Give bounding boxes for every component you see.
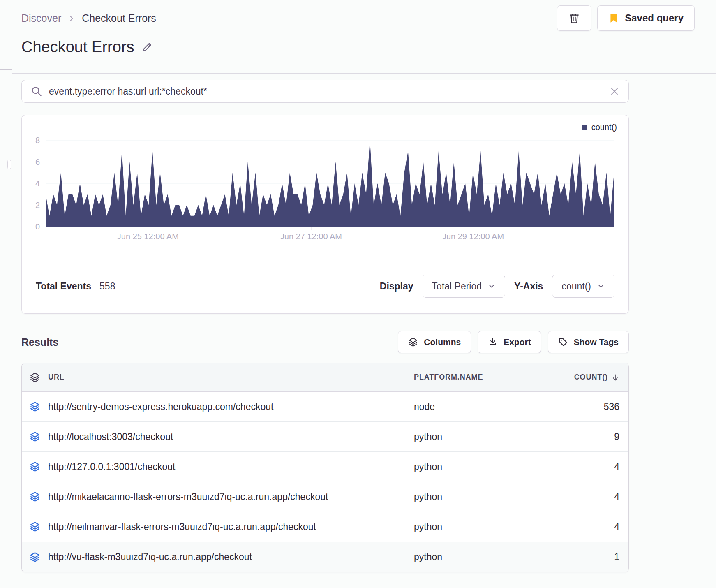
sort-descending-icon [611, 373, 619, 382]
cell-count: 4 [614, 491, 619, 502]
columns-button-label: Columns [424, 337, 461, 347]
cell-platform: python [414, 431, 554, 442]
export-button-label: Export [504, 337, 531, 347]
total-events-value: 558 [99, 281, 115, 292]
bookmark-icon [608, 13, 619, 23]
legend-label: count() [591, 123, 617, 132]
events-area-chart: 02468Jun 25 12:00 AMJun 27 12:00 AMJun 2… [22, 132, 628, 253]
layers-icon[interactable] [30, 491, 40, 502]
export-button[interactable]: Export [478, 331, 541, 353]
layers-icon[interactable] [30, 372, 40, 383]
cell-platform: node [414, 401, 554, 412]
total-events-label: Total Events [36, 281, 91, 292]
results-toolbar: Results Columns Export Show Tags [21, 331, 629, 353]
saved-query-label: Saved query [625, 12, 684, 24]
layers-icon[interactable] [30, 431, 40, 442]
results-table: URL PLATFORM.NAME COUNT() http://sentry-… [21, 363, 629, 572]
yaxis-dropdown[interactable]: count() [552, 275, 614, 298]
svg-text:6: 6 [35, 157, 40, 167]
svg-text:0: 0 [35, 222, 40, 231]
show-tags-button-label: Show Tags [574, 337, 619, 347]
svg-text:Jun 29 12:00 AM: Jun 29 12:00 AM [442, 232, 504, 241]
columns-button[interactable]: Columns [398, 331, 471, 353]
table-row: http://vu-flask-m3uuizd7iq-uc.a.run.app/… [22, 542, 628, 572]
legend-item-count[interactable]: count() [582, 123, 617, 132]
svg-text:Jun 27 12:00 AM: Jun 27 12:00 AM [280, 232, 342, 241]
cell-platform: python [414, 521, 554, 532]
page-header: Discover Checkout Errors Saved query [0, 0, 716, 24]
cell-url: http://mikaelacarino-flask-errors-m3uuiz… [48, 491, 414, 502]
events-chart-panel: count() 02468Jun 25 12:00 AMJun 27 12:00… [21, 115, 629, 314]
table-row: http://mikaelacarino-flask-errors-m3uuiz… [22, 482, 628, 512]
table-row: http://127.0.0.1:3001/checkout python 4 [22, 452, 628, 482]
cell-platform: python [414, 491, 554, 502]
cell-count: 9 [614, 431, 619, 442]
svg-text:8: 8 [35, 136, 40, 145]
layers-icon[interactable] [30, 401, 40, 412]
chevron-right-icon [67, 14, 76, 23]
download-icon [488, 337, 498, 347]
search-input[interactable] [49, 86, 603, 97]
close-icon[interactable] [610, 86, 619, 96]
table-row: http://sentry-demos-express.herokuapp.co… [22, 392, 628, 422]
cell-url: http://127.0.0.1:3001/checkout [48, 461, 414, 472]
display-label: Display [380, 281, 413, 292]
yaxis-dropdown-value: count() [561, 281, 591, 292]
column-header-count-label: COUNT() [574, 373, 608, 382]
column-header-count[interactable]: COUNT() [574, 373, 619, 382]
cell-platform: python [414, 551, 554, 563]
trash-icon [568, 12, 580, 24]
chart-footer: Total Events 558 Display Total Period Y-… [22, 259, 628, 313]
header-divider [0, 73, 716, 74]
legend-dot-icon [582, 125, 587, 130]
cell-url: http://neilmanvar-flask-errors-m3uuizd7i… [48, 521, 414, 532]
breadcrumb-current: Checkout Errors [82, 12, 156, 24]
layers-icon[interactable] [30, 552, 40, 563]
chevron-down-icon [487, 282, 496, 290]
column-header-url[interactable]: URL [48, 373, 414, 382]
cell-url: http://sentry-demos-express.herokuapp.co… [48, 401, 414, 412]
cell-count: 1 [614, 551, 619, 563]
sidebar-drag-handle[interactable] [7, 160, 11, 169]
cell-url: http://localhost:3003/checkout [48, 431, 414, 442]
show-tags-button[interactable]: Show Tags [548, 331, 629, 353]
cell-count: 4 [614, 461, 619, 472]
tag-icon [558, 337, 568, 347]
layers-icon[interactable] [30, 521, 40, 532]
page-title: Checkout Errors [21, 38, 134, 56]
chevron-down-icon [597, 282, 605, 290]
table-header-row: URL PLATFORM.NAME COUNT() [22, 363, 628, 392]
cell-count: 4 [614, 521, 619, 532]
delete-query-button[interactable] [557, 5, 591, 31]
search-icon [31, 86, 42, 97]
display-dropdown[interactable]: Total Period [423, 275, 505, 298]
table-row: http://neilmanvar-flask-errors-m3uuizd7i… [22, 512, 628, 542]
layers-icon[interactable] [30, 461, 40, 472]
collapse-tab[interactable] [0, 69, 12, 76]
column-header-platform[interactable]: PLATFORM.NAME [414, 373, 554, 382]
layers-icon [408, 337, 418, 347]
svg-text:4: 4 [35, 179, 40, 188]
cell-count: 536 [604, 401, 619, 412]
display-dropdown-value: Total Period [432, 281, 482, 292]
svg-text:Jun 25 12:00 AM: Jun 25 12:00 AM [117, 232, 179, 241]
saved-query-button[interactable]: Saved query [597, 5, 695, 31]
cell-url: http://vu-flask-m3uuizd7iq-uc.a.run.app/… [48, 551, 414, 563]
results-heading: Results [21, 336, 58, 348]
yaxis-label: Y-Axis [514, 281, 543, 292]
table-row: http://localhost:3003/checkout python 9 [22, 422, 628, 452]
search-bar [21, 80, 629, 103]
cell-platform: python [414, 461, 554, 472]
page-title-row: Checkout Errors [21, 38, 695, 56]
svg-text:2: 2 [35, 201, 40, 210]
edit-pencil-icon[interactable] [142, 41, 154, 53]
breadcrumb-discover[interactable]: Discover [21, 12, 61, 24]
